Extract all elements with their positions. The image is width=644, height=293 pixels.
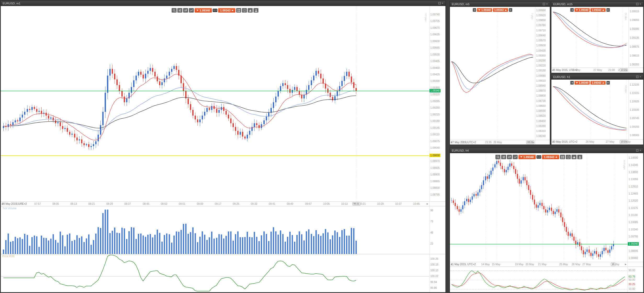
scroll-right-icon[interactable]: ▶ [626,69,628,71]
scroll-left-icon[interactable]: ◀ [552,69,553,71]
chart-type-icon[interactable] [183,8,188,13]
price-axis-label: 1.08730 [536,99,546,102]
scroll-right-icon[interactable]: ▶ [509,8,512,12]
price-axis-label: 73 [430,220,433,223]
titlebar-m1[interactable]: EURUSD, m1 × [1,1,445,6]
price-axis-label: 1.09670 [430,26,440,29]
chart-toolbar-m1: 1.09340 0.3 1.09343 f [172,8,258,13]
price-axis-label: 1.11575 [629,207,638,209]
chart-settings-icon[interactable] [177,8,182,13]
zoom-icon[interactable] [172,8,177,13]
zoom-icon[interactable] [495,155,500,159]
price-axis-label: 1.09010 [536,79,546,82]
buy-button-m15[interactable]: 1.09343 [591,8,606,12]
stochastic-axis-label: 50.00 [629,278,635,281]
scroll-right-icon[interactable]: ▶ [427,203,428,205]
scroll-left-icon[interactable]: ◀ [552,141,553,143]
buy-button-m5[interactable]: 1.09343 [493,8,508,12]
oscillator-pane-canvas[interactable] [1,254,429,292]
restore-icon[interactable] [636,149,639,152]
scroll-left-icon[interactable]: ◀ [450,141,452,143]
current-price-badge: 1.09340 [628,242,639,246]
price-axis-label: 1.10240 [629,228,638,231]
titlebar-h1[interactable]: EURUSD, h1 × [551,74,643,80]
scroll-left-icon[interactable]: ◀ [473,8,476,12]
scroll-left-icon[interactable]: ◀ [570,81,574,85]
price-axis-label: 1.09430 [536,49,546,52]
scroll-left-icon[interactable]: ◀ [570,8,574,12]
sell-button-m5[interactable]: 1.09340 [477,8,492,12]
price-axis-label: 1.08970 [430,160,440,163]
scroll-right-icon[interactable]: ▶ [533,141,534,143]
price-axis-label: 1.09040 [430,146,440,149]
price-axis-label: 99.86 [430,286,437,289]
titlebar-m15[interactable]: EURUSD, m15 × [551,2,643,7]
sell-arrow-icon [576,9,578,11]
sell-button-m1[interactable]: 1.09340 [195,8,212,13]
scroll-left-icon[interactable]: ◀ [1,203,3,205]
restore-icon[interactable] [636,76,639,78]
favorites-icon[interactable]: f [242,8,247,13]
buy-button-h1[interactable]: 1.09343 [591,81,606,85]
scroll-right-icon[interactable]: ▶ [607,81,610,85]
price-axis-label: 1.09110 [430,133,439,136]
indicators-icon[interactable] [189,8,194,13]
chart-toolbar-h4: 1.09340 0.3 1.09343 f [495,155,582,159]
scroll-left-icon[interactable]: ◀ [450,263,452,266]
close-icon[interactable]: × [640,3,642,5]
price-axis-label: 1.09570 [536,39,546,42]
layout-grid-icon[interactable] [560,155,565,159]
sell-button-h1[interactable]: 1.09340 [574,81,590,85]
price-axis-label: 1.08615 [630,54,639,57]
chart-settings-icon[interactable] [501,155,506,159]
sell-button-h4[interactable]: 1.09340 [518,155,536,159]
close-icon[interactable]: × [640,76,642,78]
scroll-right-icon[interactable]: ▶ [625,263,626,266]
profile-icon[interactable] [253,8,258,13]
favorites-icon[interactable]: f [566,155,571,159]
chart-canvas-h1[interactable] [551,80,629,139]
time-tick: 18:10 [461,141,468,144]
price-axis-m5: 1.099901.099201.098501.097801.097101.096… [535,7,550,140]
close-icon[interactable]: × [442,2,444,4]
price-axis-label: 1.08310 [536,130,546,132]
titlebar-h4[interactable]: EURUSD, h4 × [450,148,643,153]
price-axis-label: 1.09795 [629,235,638,238]
price-axis-label: 1.09360 [536,54,546,57]
profile-icon[interactable] [577,155,582,159]
price-axis-label: 1.09500 [536,44,546,47]
price-chart-canvas-m1[interactable] [1,6,429,201]
stochastic-pane-canvas[interactable] [450,267,628,292]
price-axis-label: 1.09180 [430,120,440,123]
chart-type-icon[interactable] [507,155,512,159]
volume-pane-canvas[interactable] [1,206,429,254]
restore-icon[interactable] [543,3,545,5]
sell-button-m15[interactable]: 1.09340 [574,8,590,12]
restore-icon[interactable] [636,3,639,5]
price-axis-label: 1.11515 [630,92,639,95]
like-icon[interactable] [248,8,253,13]
time-tick: 07:57 [34,202,41,205]
titlebar-m5[interactable]: EURUSD, m5 × [450,2,550,7]
like-icon[interactable] [572,155,577,159]
price-axis-label: 1.09705 [430,20,440,23]
close-icon[interactable]: × [546,3,549,5]
scroll-right-icon[interactable]: ▶ [626,141,628,143]
price-axis-label: 1.09495 [430,60,440,63]
close-icon[interactable]: × [640,149,642,152]
restore-icon[interactable] [438,2,441,4]
scroll-right-icon[interactable]: ▶ [607,8,610,12]
svg-text:f: f [568,156,569,158]
buy-button-m1[interactable]: 1.09343 [218,8,235,13]
price-chart-canvas-h4[interactable] [450,153,628,262]
price-axis-label: 1.09320 [430,93,440,96]
time-tick: 08:45 [143,202,149,205]
price-axis-label: 1.10925 [630,100,639,103]
layout-grid-icon[interactable] [236,8,241,13]
chart-canvas-m15[interactable] [551,7,629,68]
price-axis-label: 1.09080 [536,74,546,77]
indicators-icon[interactable] [513,155,518,159]
chart-canvas-m5[interactable] [450,7,535,140]
buy-button-h4[interactable]: 1.09343 [542,155,559,159]
price-axis-label: 1.13800 [629,171,638,174]
